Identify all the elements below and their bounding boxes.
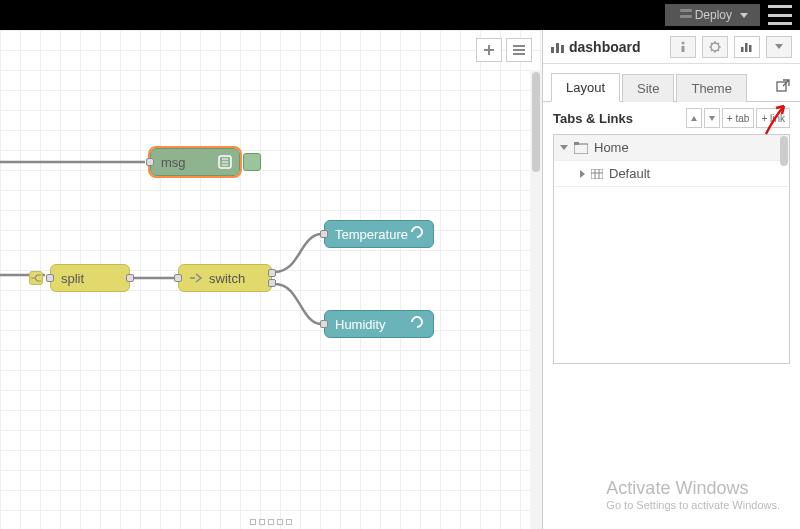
node-port-output-1[interactable]: [268, 269, 276, 277]
gauge-icon: [411, 316, 427, 332]
node-label: Temperature: [335, 227, 408, 242]
node-port-input[interactable]: [146, 158, 154, 166]
node-label: split: [61, 271, 84, 286]
node-status-toggle[interactable]: [243, 153, 261, 171]
svg-rect-10: [741, 47, 744, 52]
windows-activation-watermark: Activate Windows Go to Settings to activ…: [606, 478, 780, 511]
list-view-button[interactable]: [506, 38, 532, 62]
dashboard-tab-button[interactable]: [734, 36, 760, 58]
dashboard-tree: Home Default: [553, 134, 790, 364]
node-switch[interactable]: switch: [178, 264, 272, 292]
deploy-icon: [673, 9, 687, 21]
canvas-navigator[interactable]: [250, 519, 292, 525]
bar-chart-icon: [551, 41, 565, 53]
collapse-all-button[interactable]: [704, 108, 720, 128]
svg-rect-13: [777, 82, 786, 91]
tree-item-home[interactable]: Home: [554, 135, 789, 161]
svg-point-0: [513, 45, 515, 47]
svg-rect-15: [574, 142, 579, 145]
hamburger-menu-button[interactable]: [768, 5, 792, 25]
add-tab-button[interactable]: + tab: [722, 108, 755, 128]
tree-item-default[interactable]: Default: [554, 161, 789, 187]
node-port-input[interactable]: [320, 320, 328, 328]
svg-point-7: [682, 41, 685, 44]
group-icon: [591, 169, 603, 179]
node-debug-msg[interactable]: msg: [150, 148, 240, 176]
sidebar-header: dashboard: [543, 30, 800, 64]
tree-item-label: Home: [594, 140, 629, 155]
chevron-down-icon: [740, 13, 748, 18]
open-dashboard-button[interactable]: [776, 79, 792, 95]
tree-scrollbar[interactable]: [780, 136, 788, 166]
node-gauge-humidity[interactable]: Humidity: [324, 310, 434, 338]
chevron-right-icon: [580, 170, 585, 178]
node-split[interactable]: split: [50, 264, 130, 292]
svg-rect-8: [682, 46, 685, 52]
info-tab-button[interactable]: [670, 36, 696, 58]
svg-point-2: [513, 53, 515, 55]
gauge-icon: [411, 226, 427, 242]
deploy-label: Deploy: [695, 8, 732, 22]
sidebar-panel: dashboard Layout Site Theme Tabs & Links…: [542, 30, 800, 529]
tab-layout[interactable]: Layout: [551, 73, 620, 102]
split-icon: [29, 271, 43, 285]
add-button[interactable]: [476, 38, 502, 62]
svg-rect-16: [591, 169, 603, 179]
deploy-button[interactable]: Deploy: [665, 4, 760, 26]
canvas-toolbar: [476, 38, 532, 62]
node-label: Humidity: [335, 317, 386, 332]
debug-tab-button[interactable]: [702, 36, 728, 58]
node-port-input[interactable]: [46, 274, 54, 282]
sidebar-title: dashboard: [551, 39, 664, 55]
flow-canvas[interactable]: msg split switch Temperature: [0, 30, 542, 529]
svg-rect-6: [561, 45, 564, 53]
sidebar-dropdown-button[interactable]: [766, 36, 792, 58]
tab-site[interactable]: Site: [622, 74, 674, 102]
node-label: msg: [161, 155, 186, 170]
top-bar: Deploy: [0, 0, 800, 30]
svg-rect-4: [551, 47, 554, 53]
switch-icon: [189, 271, 203, 285]
node-port-output-2[interactable]: [268, 279, 276, 287]
node-gauge-temperature[interactable]: Temperature: [324, 220, 434, 248]
svg-rect-14: [574, 144, 588, 154]
tabs-links-section: Tabs & Links + tab + link: [543, 102, 800, 134]
node-port-output[interactable]: [126, 274, 134, 282]
node-port-input[interactable]: [174, 274, 182, 282]
chevron-down-icon: [560, 145, 568, 150]
svg-rect-12: [749, 45, 752, 52]
tab-icon: [574, 142, 588, 154]
svg-rect-11: [745, 43, 748, 52]
node-port-input[interactable]: [320, 230, 328, 238]
svg-rect-5: [556, 43, 559, 53]
tree-item-label: Default: [609, 166, 650, 181]
dashboard-tabs: Layout Site Theme: [543, 64, 800, 102]
debug-icon: [217, 154, 233, 170]
section-title: Tabs & Links: [553, 111, 684, 126]
node-label: switch: [209, 271, 245, 286]
add-link-button[interactable]: + link: [756, 108, 790, 128]
tab-theme[interactable]: Theme: [676, 74, 746, 102]
canvas-scrollbar-vertical[interactable]: [530, 70, 542, 529]
expand-all-button[interactable]: [686, 108, 702, 128]
svg-point-1: [513, 49, 515, 51]
chevron-down-icon: [775, 44, 783, 49]
